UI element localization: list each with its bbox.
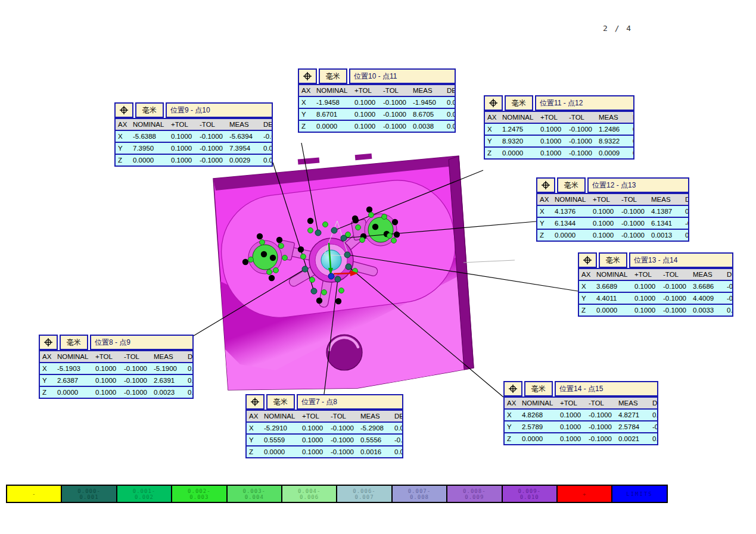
legend-segment-0.007-: 0.007-0.008: [391, 485, 447, 503]
target-point-dot: [366, 207, 372, 213]
dimension-reference-line: [463, 260, 515, 263]
legend-range-line2: 0.007: [354, 494, 374, 500]
target-point-dot: [372, 224, 378, 230]
hit-point-dot: [260, 240, 265, 245]
target-point-dot: [298, 246, 304, 252]
legend-range-line2: 0.009: [465, 494, 484, 500]
legend-range-line1: +: [583, 491, 586, 497]
legend-segment-0.009-: 0.009-0.010: [502, 485, 558, 503]
legend-range-line1: LIMITS: [626, 491, 653, 497]
legend-range-line1: 0.002-: [188, 488, 211, 494]
legend-segment-0.006-: 0.006-0.007: [336, 485, 392, 503]
target-point-dot: [269, 275, 275, 281]
legend-range-line2: 0.006: [300, 494, 319, 500]
legend-range-line2: 0.004: [245, 494, 264, 500]
legend-segment-minus: -: [6, 485, 62, 503]
legend-segment-0.002-: 0.002-0.003: [171, 485, 227, 503]
target-point-dot: [307, 218, 313, 224]
legend-range-line1: 0.007-: [408, 488, 431, 494]
cad-model-viewport[interactable]: [0, 0, 756, 534]
legend-range-line2: 0.008: [410, 494, 429, 500]
legend-range-line1: 0.000-: [77, 488, 101, 494]
legend-segment-plus: +: [556, 485, 612, 503]
legend-range-line1: 0.003-: [243, 488, 266, 494]
hit-point-dot: [369, 213, 374, 218]
legend-range-line2: 0.002: [135, 494, 154, 500]
hit-point-dot: [310, 277, 315, 283]
hit-point-dot: [360, 238, 365, 243]
deviation-color-legend: -0.000-0.0010.001-0.0020.002-0.0030.003-…: [6, 485, 668, 503]
measured-point-dot-pos9: [311, 288, 317, 294]
target-point-dot: [257, 233, 263, 239]
legend-segment-limits: LIMITS: [611, 485, 667, 503]
legend-segment-0.001-: 0.001-0.002: [116, 485, 172, 503]
hit-point-dot: [322, 290, 327, 295]
legend-range-line1: 0.009-: [518, 488, 541, 494]
legend-range-line1: 0.004-: [298, 488, 321, 494]
legend-segment-0.000-: 0.000-0.001: [61, 485, 117, 503]
measured-point-dot-pos14: [346, 264, 351, 270]
target-point-dot: [276, 237, 282, 243]
measured-point-dot-pos10: [315, 230, 321, 236]
hit-point-dot: [279, 243, 284, 249]
legend-segment-0.003-: 0.003-0.004: [226, 485, 282, 503]
hit-point-dot: [387, 233, 393, 239]
legend-range-line2: 0.001: [80, 494, 99, 500]
legend-range-line1: 0.001-: [133, 488, 156, 494]
top-edge-tab: [298, 157, 320, 164]
target-point-dot: [270, 255, 276, 261]
legend-range-line1: -: [32, 491, 36, 497]
target-point-dot: [335, 298, 341, 304]
target-point-dot: [392, 219, 398, 225]
target-point-dot: [394, 232, 400, 238]
target-point-dot: [261, 251, 267, 257]
top-edge-tab: [355, 154, 372, 160]
measured-point-dot-pos13: [344, 252, 350, 258]
hit-point-dot: [356, 225, 361, 230]
measured-point-dot-pos8: [302, 266, 308, 272]
hit-point-dot: [267, 270, 272, 275]
hit-point-dot: [308, 228, 313, 233]
hit-point-dot: [273, 268, 279, 273]
hit-point-dot: [391, 238, 397, 243]
hit-point-dot: [339, 288, 344, 293]
legend-range-line1: 0.006-: [353, 488, 376, 494]
hit-point-dot: [323, 222, 328, 227]
page-number: 2 / 4: [603, 24, 632, 33]
legend-segment-0.004-: 0.004-0.006: [281, 485, 337, 503]
hit-point-dot: [248, 257, 254, 263]
legend-range-line1: 0.008-: [463, 488, 486, 494]
measured-point-dot-pos7: [335, 276, 341, 282]
target-point-dot: [242, 259, 248, 265]
target-point-dot: [352, 216, 358, 221]
hit-point-dot: [382, 214, 387, 220]
legend-range-line2: 0.003: [189, 494, 209, 500]
measured-point-dot-pos11: [331, 227, 337, 233]
z-axis-origin: [328, 273, 334, 279]
target-point-dot: [316, 298, 322, 304]
hit-point-dot: [301, 254, 306, 260]
legend-range-line2: 0.010: [520, 494, 539, 500]
part-hole: [326, 335, 362, 370]
report-page: 2 / 4: [0, 0, 756, 534]
hit-point-dot: [282, 255, 288, 261]
legend-segment-0.008-: 0.008-0.009: [446, 485, 502, 503]
measured-point-dot-pos12: [341, 235, 347, 241]
